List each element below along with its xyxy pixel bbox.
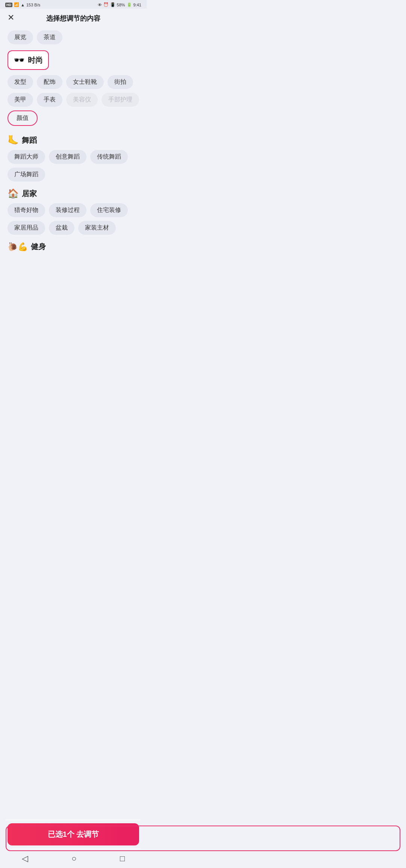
tag-penzai[interactable]: 盆栽 (49, 221, 74, 235)
page-title: 选择想调节的内容 (46, 14, 100, 23)
vibrate-icon: 📳 (110, 2, 115, 7)
tag-shouhu[interactable]: 手部护理 (102, 93, 139, 107)
alarm-icon: ⏰ (103, 2, 109, 7)
category-dance: 🦶 舞蹈 舞蹈大师 创意舞蹈 传统舞蹈 广场舞蹈 (8, 135, 139, 181)
clock: 9:41 (133, 3, 141, 7)
close-button[interactable]: ✕ (8, 14, 14, 22)
category-fitness: 🐌💪 健身 (8, 242, 139, 252)
page-header: ✕ 选择想调节的内容 (0, 9, 147, 27)
tag-jiazhuang[interactable]: 家装主材 (78, 221, 116, 235)
yanzhi-label: 颜值 (17, 114, 29, 122)
tag-jiepai[interactable]: 街拍 (108, 75, 133, 89)
status-right: 👁 ⏰ 📳 58% 🔋 9:41 (98, 2, 141, 7)
tag-meijia[interactable]: 美甲 (8, 93, 33, 107)
tag-meirongyi[interactable]: 美容仪 (66, 93, 98, 107)
fitness-label: 健身 (31, 242, 46, 252)
category-home: 🏠 居家 猎奇好物 装修过程 住宅装修 家居用品 盆栽 家装主材 (8, 188, 139, 235)
dance-header[interactable]: 🦶 舞蹈 (8, 135, 139, 145)
fashion-header-selected[interactable]: 🕶️ 时尚 (8, 50, 49, 70)
home-tags-row1: 猎奇好物 装修过程 住宅装修 (8, 203, 139, 217)
home-header[interactable]: 🏠 居家 (8, 188, 139, 199)
tag-chuantongwudao[interactable]: 传统舞蹈 (90, 150, 128, 164)
fitness-header[interactable]: 🐌💪 健身 (8, 242, 139, 252)
tag-nvxie[interactable]: 女士鞋靴 (66, 75, 104, 89)
fashion-icon: 🕶️ (14, 55, 25, 65)
tag-peishi[interactable]: 配饰 (37, 75, 62, 89)
dance-tags-row1: 舞蹈大师 创意舞蹈 传统舞蹈 (8, 150, 139, 164)
battery-level: 58% (117, 3, 125, 7)
tag-zhuangxiu[interactable]: 装修过程 (49, 203, 86, 217)
fashion-tags-row1: 发型 配饰 女士鞋靴 街拍 (8, 75, 139, 89)
fashion-tags-row2: 美甲 手表 美容仪 手部护理 (8, 93, 139, 107)
dance-tags-row2: 广场舞蹈 (8, 168, 139, 181)
tag-chadao[interactable]: 茶道 (37, 30, 62, 44)
dance-label: 舞蹈 (22, 135, 37, 145)
wifi-icon: ▲ (21, 3, 25, 7)
tag-guangchangwu[interactable]: 广场舞蹈 (8, 168, 45, 181)
top-tags-row: 展览 茶道 (8, 30, 139, 44)
tag-chuangyiwudao[interactable]: 创意舞蹈 (49, 150, 86, 164)
tag-shoubiao[interactable]: 手表 (37, 93, 62, 107)
status-bar: HD 📶 ▲ 153 B/s 👁 ⏰ 📳 58% 🔋 9:41 (0, 0, 147, 9)
tag-zhanlan[interactable]: 展览 (8, 30, 33, 44)
tag-zhuzhai[interactable]: 住宅装修 (90, 203, 128, 217)
speed-indicator: 153 B/s (26, 3, 40, 7)
signal-icon: 📶 (14, 2, 19, 7)
home-icon: 🏠 (8, 188, 19, 199)
eye-icon: 👁 (98, 3, 102, 7)
home-label: 居家 (22, 189, 37, 199)
tag-wudaodashi[interactable]: 舞蹈大师 (8, 150, 45, 164)
tag-jiajuyongpin[interactable]: 家居用品 (8, 221, 45, 235)
battery-icon: 🔋 (127, 2, 132, 7)
home-tags-row2: 家居用品 盆栽 家装主材 (8, 221, 139, 235)
tag-faxing[interactable]: 发型 (8, 75, 33, 89)
status-left: HD 📶 ▲ 153 B/s (5, 2, 40, 7)
dance-icon: 🦶 (8, 135, 19, 145)
fitness-icon: 🐌💪 (8, 242, 28, 252)
tag-lieqi[interactable]: 猎奇好物 (8, 203, 45, 217)
category-fashion: 🕶️ 时尚 发型 配饰 女士鞋靴 街拍 美甲 手表 美容仪 手部护理 颜值 (8, 50, 139, 128)
content-area: 展览 茶道 🕶️ 时尚 发型 配饰 女士鞋靴 街拍 美甲 手表 美容仪 手部护理… (0, 27, 147, 296)
fashion-label: 时尚 (28, 55, 43, 65)
tag-yanzhi-selected[interactable]: 颜值 (8, 110, 38, 126)
hd-badge: HD (5, 3, 12, 7)
